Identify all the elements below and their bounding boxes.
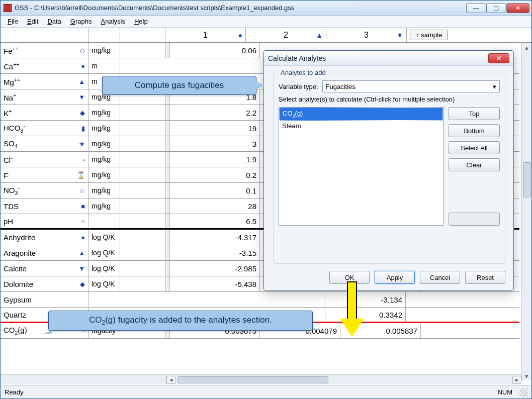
unit[interactable]: mg/kg [88,43,120,58]
menu-analysis[interactable]: Analysis [97,17,129,26]
row-name[interactable]: SO4--★ [1,136,88,151]
scroll-up-icon[interactable]: ▴ [522,43,531,52]
window-buttons: — ▢ ✕ [466,3,529,13]
sample-sym-3: ▼ [396,31,403,39]
app-icon [4,4,12,12]
menu-help[interactable]: Help [130,17,152,26]
variable-type-label: Variable type: [279,83,318,90]
cell[interactable]: 0.06 [169,43,260,58]
list-item[interactable]: Steam [279,121,443,131]
row-name[interactable]: Dolomite◆ [1,276,88,291]
calculate-analytes-dialog[interactable]: Calculate Analytes ✕ Analytes to add Var… [263,50,514,290]
row-name[interactable]: Na+▼ [1,89,88,105]
progress-indicator [449,213,500,226]
row-name[interactable]: Aragonite▲ [1,245,88,260]
window-title: GSS - C:\Users\bfarrell\Documents\Docume… [15,4,466,12]
row-name[interactable]: Gypsum [1,292,88,307]
row-name[interactable]: Anhydrite● [1,230,88,245]
row-name[interactable]: Cl-▫ [1,152,88,167]
clear-button[interactable]: Clear [449,158,500,171]
hscroll-thumb[interactable] [178,376,328,383]
sample-header-3[interactable]: 3▼ [326,28,407,42]
analyte-listbox[interactable]: CO2(g) Steam [279,107,444,226]
dialog-title: Calculate Analytes [268,54,326,62]
menu-data[interactable]: Data [43,17,65,26]
bottom-button[interactable]: Bottom [449,124,500,137]
statusbar: Ready NUM [1,385,531,398]
scroll-down-icon[interactable]: ▾ [522,371,531,380]
top-button[interactable]: Top [449,107,500,120]
row-name[interactable]: Calcite▼ [1,261,88,276]
minimize-button[interactable]: — [466,3,485,13]
sample-header-1[interactable]: 1● [165,28,246,42]
chevron-down-icon: ▾ [493,83,496,90]
list-item[interactable]: CO2(g) [279,108,443,121]
row-name[interactable]: HCO3-▮ [1,121,88,136]
callout-co2-added: CO2(g) fugacity is added to the analytes… [48,311,313,331]
status-text: Ready [5,388,24,396]
variable-type-combo[interactable]: Fugacities ▾ [322,80,500,92]
cancel-button[interactable]: Cancel [420,271,460,284]
row-name[interactable]: Mg++▲ [1,74,88,89]
sample-sym-1: ● [238,31,242,39]
scroll-thumb[interactable] [523,162,530,197]
menubar[interactable]: File Edit Data Graphs Analysis Help [1,16,531,28]
close-button[interactable]: ✕ [506,3,529,13]
status-num: NUM [490,388,519,396]
vertical-scrollbar[interactable]: ▴ ▾ [521,43,531,380]
row-name[interactable]: pH○ [1,214,88,228]
column-header: 1● 2▲ 3▼ + sample [1,28,531,43]
menu-edit[interactable]: Edit [23,17,42,26]
selectall-button[interactable]: Select All [449,141,500,154]
row-name[interactable]: Ca++● [1,58,88,73]
dialog-close-button[interactable]: ✕ [488,53,509,63]
resize-grip-icon[interactable] [519,388,527,396]
sample-sym-2: ▲ [316,31,323,39]
add-sample-button[interactable]: + sample [410,30,448,40]
dialog-titlebar[interactable]: Calculate Analytes ✕ [264,51,513,66]
select-instruction: Select analyte(s) to calculate (Ctrl-cli… [279,95,500,103]
row-name[interactable]: TDS■ [1,198,88,214]
horizontal-scrollbar[interactable]: ◂ ▸ [1,374,521,384]
big-arrow-icon [342,281,362,338]
menu-file[interactable]: File [4,17,22,26]
apply-button[interactable]: Apply [375,271,415,284]
maximize-button[interactable]: ▢ [486,3,505,13]
reset-button[interactable]: Reset [465,271,505,284]
row-name[interactable]: Fe++◇ [1,43,88,58]
row-name[interactable]: K+◆ [1,105,88,120]
menu-graphs[interactable]: Graphs [66,17,96,26]
scroll-left-icon[interactable]: ◂ [166,376,175,384]
scroll-right-icon[interactable]: ▸ [512,376,521,384]
row-name[interactable]: F-⌛ [1,167,88,182]
analytes-fieldset: Analytes to add Variable type: Fugacitie… [273,73,505,264]
row-name[interactable]: NO3-☆ [1,183,88,198]
callout-compute-fugacities: Compute gas fugacities [102,76,256,95]
titlebar[interactable]: GSS - C:\Users\bfarrell\Documents\Docume… [1,1,531,16]
sample-header-2[interactable]: 2▲ [246,28,326,42]
fieldset-legend: Analytes to add [279,69,328,76]
